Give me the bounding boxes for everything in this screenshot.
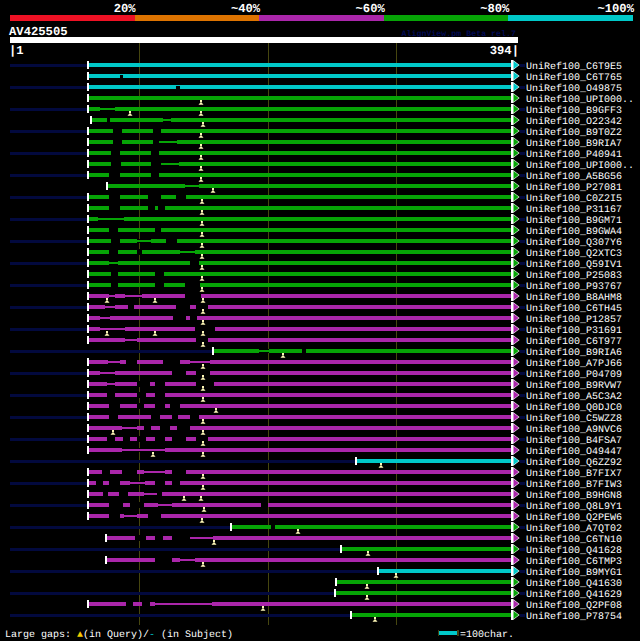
svg-text:394|: 394|: [490, 44, 519, 58]
svg-text:UniRef100_O49875: UniRef100_O49875: [526, 83, 622, 95]
svg-text:UniRef100_Q2PEW6: UniRef100_Q2PEW6: [526, 512, 622, 524]
svg-text:UniRef100_B9RIA6: UniRef100_B9RIA6: [526, 347, 622, 359]
svg-text:UniRef100_B9MYG1: UniRef100_B9MYG1: [526, 567, 622, 579]
svg-text:UniRef100_P93767: UniRef100_P93767: [526, 281, 622, 293]
svg-text:UniRef100_A7QT02: UniRef100_A7QT02: [526, 523, 622, 535]
svg-text:UniRef100_P31167: UniRef100_P31167: [526, 204, 622, 216]
svg-text:UniRef100_B9RVW7: UniRef100_B9RVW7: [526, 380, 622, 392]
svg-text:UniRef100_Q6ZZ92: UniRef100_Q6ZZ92: [526, 457, 622, 469]
svg-text:UniRef100_B9HGN8: UniRef100_B9HGN8: [526, 490, 622, 502]
svg-text:UniRef100_A5BG56: UniRef100_A5BG56: [526, 171, 622, 183]
svg-text:UniRef100_P31691: UniRef100_P31691: [526, 325, 622, 337]
svg-text:UniRef100_B9GFF3: UniRef100_B9GFF3: [526, 105, 622, 117]
svg-text:UniRef100_P12857: UniRef100_P12857: [526, 314, 622, 326]
svg-text:UniRef100_B9T0Z2: UniRef100_B9T0Z2: [526, 127, 622, 139]
svg-text:UniRef100_B4FSA7: UniRef100_B4FSA7: [526, 435, 622, 447]
svg-text:UniRef100_A9NVC6: UniRef100_A9NVC6: [526, 424, 622, 436]
svg-text:UniRef100_C0Z2I5: UniRef100_C0Z2I5: [526, 193, 622, 205]
svg-text:UniRef100_A5C3A2: UniRef100_A5C3A2: [526, 391, 622, 403]
svg-text:~60%: ~60%: [356, 2, 386, 16]
svg-text:~80%: ~80%: [480, 2, 510, 16]
svg-text:UniRef100_A7PJ66: UniRef100_A7PJ66: [526, 358, 622, 370]
svg-text:UniRef100_Q41629: UniRef100_Q41629: [526, 589, 622, 601]
svg-text:UniRef100_P40941: UniRef100_P40941: [526, 149, 622, 161]
svg-text:UniRef100_B7FIW3: UniRef100_B7FIW3: [526, 479, 622, 491]
svg-text:UniRef100_Q41630: UniRef100_Q41630: [526, 578, 622, 590]
svg-text:UniRef100_UPI000..: UniRef100_UPI000..: [526, 160, 634, 172]
svg-text:UniRef100_Q2XTC3: UniRef100_Q2XTC3: [526, 248, 622, 260]
svg-text:UniRef100_Q41628: UniRef100_Q41628: [526, 545, 622, 557]
svg-text:UniRef100_Q307Y6: UniRef100_Q307Y6: [526, 237, 622, 249]
svg-text:UniRef100_P04709: UniRef100_P04709: [526, 369, 622, 381]
svg-text:UniRef100_C6T9E5: UniRef100_C6T9E5: [526, 61, 622, 73]
svg-text:UniRef100_O22342: UniRef100_O22342: [526, 116, 622, 128]
svg-text:UniRef100_C6TN10: UniRef100_C6TN10: [526, 534, 622, 546]
svg-text:UniRef100_P78754: UniRef100_P78754: [526, 611, 622, 623]
svg-text:UniRef100_O49447: UniRef100_O49447: [526, 446, 622, 458]
svg-text:UniRef100_B9RIA7: UniRef100_B9RIA7: [526, 138, 622, 150]
svg-text:UniRef100_Q2PF08: UniRef100_Q2PF08: [526, 600, 622, 612]
svg-text:UniRef100_B7FIX7: UniRef100_B7FIX7: [526, 468, 622, 480]
svg-text:UniRef100_B9GWA4: UniRef100_B9GWA4: [526, 226, 622, 238]
svg-text:|1: |1: [9, 44, 24, 58]
svg-text:UniRef100_B9GM71: UniRef100_B9GM71: [526, 215, 622, 227]
svg-text:UniRef100_Q0DJC0: UniRef100_Q0DJC0: [526, 402, 622, 414]
svg-text:AV425505: AV425505: [9, 25, 68, 39]
svg-text:UniRef100_P27081: UniRef100_P27081: [526, 182, 622, 194]
svg-text:UniRef100_C5WZZ8: UniRef100_C5WZZ8: [526, 413, 622, 425]
svg-text:UniRef100_P25083: UniRef100_P25083: [526, 270, 622, 282]
svg-text:UniRef100_Q59IV1: UniRef100_Q59IV1: [526, 259, 622, 271]
svg-text:UniRef100_UPI000..: UniRef100_UPI000..: [526, 94, 634, 106]
svg-text:UniRef100_C6T977: UniRef100_C6T977: [526, 336, 622, 348]
svg-text:~40%: ~40%: [231, 2, 261, 16]
svg-text:UniRef100_Q8L9Y1: UniRef100_Q8L9Y1: [526, 501, 622, 513]
svg-text:UniRef100_C6TMP3: UniRef100_C6TMP3: [526, 556, 622, 568]
svg-text:=100char.: =100char.: [460, 629, 514, 641]
svg-text:UniRef100_C6TH45: UniRef100_C6TH45: [526, 303, 622, 315]
svg-text:Large gaps: ▲(in Query)/- (in: Large gaps: ▲(in Query)/- (in Subject): [5, 629, 233, 641]
svg-text:UniRef100_B8AHM8: UniRef100_B8AHM8: [526, 292, 622, 304]
svg-text:UniRef100_C6T765: UniRef100_C6T765: [526, 72, 622, 84]
svg-text:20%: 20%: [114, 2, 137, 16]
svg-text:~100%: ~100%: [597, 2, 634, 16]
